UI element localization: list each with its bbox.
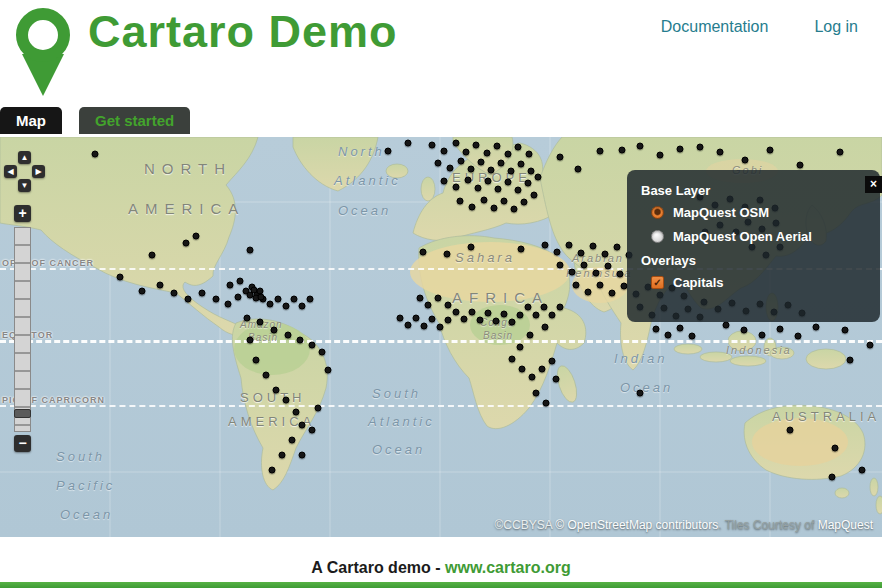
capital-marker[interactable] [494, 143, 501, 150]
capital-marker[interactable] [505, 179, 512, 186]
capital-marker[interactable] [421, 323, 428, 330]
capital-marker[interactable] [602, 251, 609, 258]
capital-marker[interactable] [453, 309, 460, 316]
capital-marker[interactable] [273, 387, 280, 394]
capital-marker[interactable] [767, 147, 774, 154]
capital-marker[interactable] [777, 326, 784, 333]
capital-marker[interactable] [549, 358, 556, 365]
capital-marker[interactable] [445, 302, 452, 309]
capital-marker[interactable] [283, 397, 290, 404]
capital-marker[interactable] [517, 312, 524, 319]
capital-marker[interactable] [405, 322, 412, 329]
capital-marker[interactable] [501, 198, 508, 205]
capital-marker[interactable] [299, 422, 306, 429]
capital-marker[interactable] [429, 142, 436, 149]
capital-marker[interactable] [444, 251, 451, 258]
capital-marker[interactable] [581, 262, 588, 269]
capital-marker[interactable] [585, 289, 592, 296]
capital-marker[interactable] [511, 206, 518, 213]
capital-marker[interactable] [526, 151, 533, 158]
capital-marker[interactable] [832, 445, 839, 452]
capital-marker[interactable] [309, 427, 316, 434]
capital-marker[interactable] [299, 303, 306, 310]
capital-marker[interactable] [619, 147, 626, 154]
capital-marker[interactable] [171, 290, 178, 297]
capital-marker[interactable] [463, 149, 470, 156]
capital-marker[interactable] [528, 168, 535, 175]
base-layer-option[interactable]: MapQuest OSM [651, 205, 874, 220]
capital-marker[interactable] [244, 315, 251, 322]
capital-marker[interactable] [517, 344, 524, 351]
capital-marker[interactable] [183, 240, 190, 247]
capital-marker[interactable] [325, 367, 332, 374]
capital-marker[interactable] [475, 185, 482, 192]
capital-marker[interactable] [445, 317, 452, 324]
capital-marker[interactable] [307, 296, 314, 303]
capital-marker[interactable] [291, 296, 298, 303]
capital-marker[interactable] [437, 324, 444, 331]
capital-marker[interactable] [441, 178, 448, 185]
capital-marker[interactable] [837, 149, 844, 156]
capital-marker[interactable] [441, 148, 448, 155]
capital-marker[interactable] [213, 296, 220, 303]
capital-marker[interactable] [481, 197, 488, 204]
capital-marker[interactable] [263, 372, 270, 379]
capital-marker[interactable] [293, 409, 300, 416]
capital-marker[interactable] [519, 366, 526, 373]
capital-marker[interactable] [199, 290, 206, 297]
pan-up-icon[interactable]: ▲ [18, 151, 31, 164]
capital-marker[interactable] [717, 149, 724, 156]
capital-marker[interactable] [258, 294, 265, 301]
capital-marker[interactable] [557, 154, 564, 161]
capital-marker[interactable] [453, 184, 460, 191]
capital-marker[interactable] [425, 302, 432, 309]
capital-marker[interactable] [429, 316, 436, 323]
capital-marker[interactable] [665, 332, 672, 339]
capital-marker[interactable] [289, 437, 296, 444]
nav-link-documentation[interactable]: Documentation [661, 18, 769, 36]
capital-marker[interactable] [193, 233, 200, 240]
capital-marker[interactable] [590, 243, 597, 250]
capital-marker[interactable] [847, 357, 854, 364]
pan-left-icon[interactable]: ◀ [4, 165, 17, 178]
capital-marker[interactable] [541, 304, 548, 311]
capital-marker[interactable] [435, 295, 442, 302]
overlay-option[interactable]: ✓Capitals [651, 275, 874, 290]
capital-marker[interactable] [309, 342, 316, 349]
capital-marker[interactable] [637, 143, 644, 150]
capital-marker[interactable] [542, 242, 549, 249]
capital-marker[interactable] [759, 332, 766, 339]
capital-marker[interactable] [578, 250, 585, 257]
capital-marker[interactable] [614, 244, 621, 251]
nav-link-log-in[interactable]: Log in [814, 18, 858, 36]
capital-marker[interactable] [469, 204, 476, 211]
zoom-slider-handle[interactable] [14, 409, 31, 418]
capital-marker[interactable] [149, 252, 156, 259]
capital-marker[interactable] [227, 282, 234, 289]
base-layer-option[interactable]: MapQuest Open Aerial [651, 229, 874, 244]
capital-marker[interactable] [493, 318, 500, 325]
pan-down-icon[interactable]: ▼ [18, 179, 31, 192]
capital-marker[interactable] [247, 247, 254, 254]
capital-marker[interactable] [235, 294, 242, 301]
capital-marker[interactable] [518, 161, 525, 168]
capital-marker[interactable] [279, 452, 286, 459]
capital-marker[interactable] [531, 192, 538, 199]
capital-marker[interactable] [797, 162, 804, 169]
capital-marker[interactable] [468, 166, 475, 173]
capital-marker[interactable] [253, 357, 260, 364]
capital-marker[interactable] [435, 160, 442, 167]
capital-marker[interactable] [521, 199, 528, 206]
capital-marker[interactable] [509, 356, 516, 363]
capital-marker[interactable] [543, 400, 550, 407]
capital-marker[interactable] [465, 177, 472, 184]
capital-marker[interactable] [723, 322, 730, 329]
capital-marker[interactable] [697, 144, 704, 151]
capital-marker[interactable] [637, 390, 644, 397]
capital-marker[interactable] [139, 288, 146, 295]
capital-marker[interactable] [271, 327, 278, 334]
capital-marker[interactable] [518, 246, 525, 253]
zoom-out-button[interactable]: − [14, 435, 31, 452]
capital-marker[interactable] [533, 312, 540, 319]
capital-marker[interactable] [297, 337, 304, 344]
